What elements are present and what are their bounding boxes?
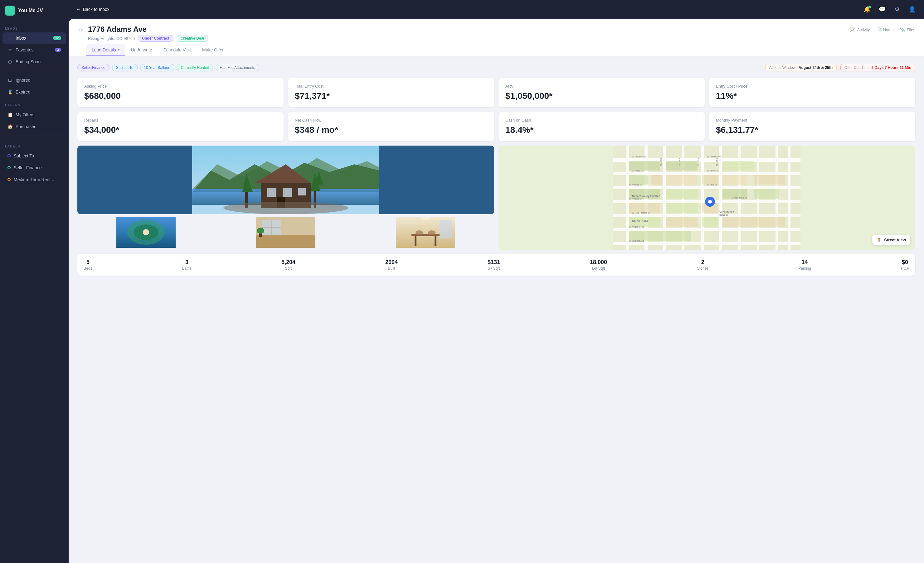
main-photo[interactable] [77,145,494,214]
topbar: ← Back to Inbox 🔔 💬 ⚙ 👤 [69,0,924,19]
svg-text:N 158th: N 158th [678,158,681,166]
tag-subject-to: Subject To [112,64,138,71]
svg-rect-31 [415,236,417,246]
tab-make-offer-label: Make Offer [202,47,224,52]
svg-rect-48 [700,145,704,250]
stat-label-entry-cost-price: Entry Cost / Price [716,84,908,88]
app-logo: ⌂ [5,6,15,16]
sidebar-item-expired[interactable]: ⌛ Expired [3,86,66,97]
svg-text:W Bluefield Ave: W Bluefield Ave [629,240,644,242]
sidebar-item-label-purchased: Purchased [16,124,36,129]
baths-label: Baths [182,266,192,271]
svg-rect-43 [613,242,801,246]
thumbnail-3[interactable] [357,217,494,248]
deal-type-badge: Creative Deal [177,35,208,42]
activity-icon: 📈 [850,27,855,32]
svg-rect-68 [666,203,698,213]
activity-button[interactable]: 📈 Activity [850,25,870,34]
message-icon[interactable]: 💬 [878,5,886,14]
activity-label: Activity [857,27,870,32]
prop-stat-price-sqft: $131 $ / Sqft [488,259,500,271]
sidebar-item-label-subject-to[interactable]: Subject To [3,150,66,162]
prop-stat-built: 2004 Built [385,259,398,271]
map-section: W Kristal Way W Kristal Way W Kerry Ln W… [498,145,915,250]
files-button[interactable]: 📎 Files [900,25,915,34]
sqft-value: 5,204 [281,259,296,266]
parking-label: Parking [798,266,811,271]
content-area: ☆ 1776 Adams Ave Rising Heights, CO 9876… [69,19,924,563]
stat-card-cash-on-cash: Cash on Cash 18.4%* [498,112,705,141]
notes-button[interactable]: 📄 Notes [876,25,894,34]
stat-card-entry-cost-price: Entry Cost / Price 11%* [709,78,915,107]
beds-value: 5 [84,259,92,266]
sidebar-item-favorites[interactable]: ☆ Favorites 3 [3,44,66,55]
main-area: ← Back to Inbox 🔔 💬 ⚙ 👤 ☆ 1776 Adams Ave… [69,0,924,563]
street-view-label: Street View [884,238,906,242]
inbox-icon: → [8,36,12,40]
svg-rect-41 [613,214,801,217]
svg-text:N 155th: N 155th [697,158,699,166]
stat-card-repairs: Repairs $34,000* [77,112,284,141]
svg-rect-32 [435,236,436,246]
access-window-badge: Access Window: August 24th & 25th [765,64,837,71]
beds-label: Beds [84,266,92,271]
svg-point-15 [224,202,348,214]
label-dot-subject-to [8,154,10,157]
favorites-icon: ☆ [8,47,12,52]
stat-label-monthly-payment: Monthly Payment [716,118,908,123]
street-view-button[interactable]: 🧍 Street View [872,235,910,245]
built-value: 2004 [385,259,398,266]
bottom-grid: W Kristal Way W Kristal Way W Kerry Ln W… [77,145,915,250]
price-sqft-label: $ / Sqft [488,266,500,271]
baths-value: 3 [182,259,192,266]
profile-icon[interactable]: 👤 [908,5,916,14]
settings-icon[interactable]: ⚙ [893,5,902,14]
lot-sqft-label: Lot Sqft [590,266,607,271]
svg-rect-56 [723,161,754,171]
thumbnail-1[interactable] [77,217,214,248]
sidebar-item-label-medium-term[interactable]: Medium Term Rent... [3,174,66,185]
stat-value-repairs: $34,000* [84,125,277,135]
back-button-label: Back to Inbox [83,7,110,12]
purchased-icon: 🏠 [8,124,12,129]
sidebar-item-ending-soon[interactable]: ◷ Ending Soon [3,56,66,67]
thumbnail-2[interactable] [217,217,354,248]
svg-rect-8 [298,188,306,195]
tab-underwrite[interactable]: Underwrite [125,44,158,56]
stat-label-net-cash-flow: Net Cash Flow [295,118,487,123]
sidebar-item-label-my-offers: My Offers [16,112,34,117]
sidebar-item-my-offers[interactable]: 📋 My Offers [3,109,66,120]
svg-text:W Kerry Ln: W Kerry Ln [707,169,718,172]
svg-point-34 [428,231,435,235]
stat-value-total-entry-cost: $71,371* [295,91,487,101]
labels-section-label: LABELS [0,139,69,150]
stat-label-total-entry-cost: Total Entry Cost [295,84,487,88]
back-button[interactable]: ← Back to Inbox [76,7,110,12]
back-arrow-icon: ← [76,7,81,12]
sidebar-item-label-ignored: Ignored [16,78,30,82]
property-stats-row: 5 Beds 3 Baths 5,204 Sqft 2004 Built $13… [77,254,915,276]
app-name: You Me JV [18,8,43,13]
tab-make-offer[interactable]: Make Offer [196,44,229,56]
svg-rect-72 [702,217,718,227]
status-badge: Under Contract [138,35,173,42]
tab-schedule-visit[interactable]: Schedule Visit [158,44,196,56]
sidebar-item-label-expired: Expired [16,90,30,94]
sidebar-item-ignored[interactable]: ⊡ Ignored [3,75,66,86]
svg-text:W Wescott Dr: W Wescott Dr [629,184,643,186]
svg-point-29 [421,217,430,220]
tab-lead-details[interactable]: Lead Details ▾ [86,44,125,56]
property-title-row: ☆ 1776 Adams Ave Rising Heights, CO 9876… [77,25,915,42]
property-body: Seller Finance Subject To 10 Year Balloo… [69,57,924,283]
sidebar-item-label-seller-finance[interactable]: Seller Finance [3,162,66,173]
sidebar-item-purchased[interactable]: 🏠 Purchased [3,121,66,132]
star-button[interactable]: ☆ [77,25,84,34]
notification-icon[interactable]: 🔔 [863,5,872,14]
svg-rect-66 [754,175,785,184]
thumbnail-row [77,217,494,248]
tag-has-file-attachments: Has File Attachments [216,64,259,71]
chevron-down-icon: ▾ [118,48,120,52]
sidebar-item-inbox[interactable]: → Inbox 12 [3,32,66,43]
divider-2 [5,136,64,136]
hoa-label: HOA [901,266,909,271]
